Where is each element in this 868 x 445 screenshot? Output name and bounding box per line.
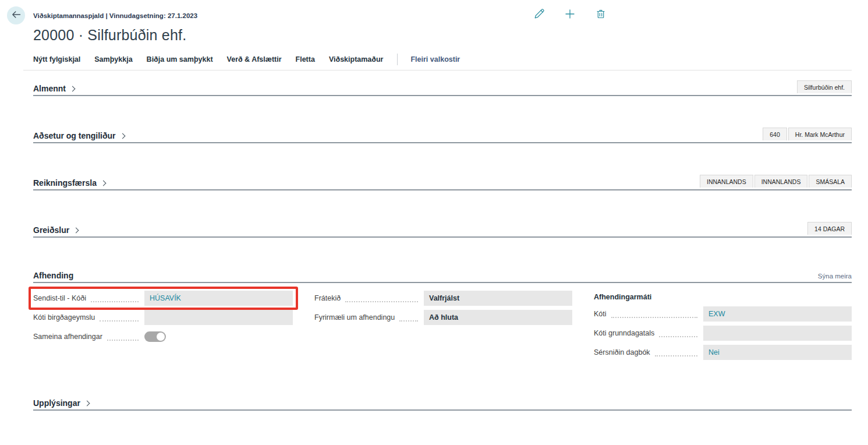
chevron-right-icon bbox=[70, 86, 76, 92]
field-fyrirmaeli-um-afhendingu: Fyrirmæli um afhendingu Að hluta bbox=[314, 310, 572, 325]
back-arrow-icon bbox=[12, 10, 21, 22]
section-edi: EDI EAN Kennitala X400 addressa Silfurbu… bbox=[33, 442, 852, 445]
action-bar: Nýtt fylgiskjal Samþykkja Biðja um samþy… bbox=[33, 54, 868, 65]
field-label: Fyrirmæli um afhendingu bbox=[314, 313, 395, 322]
dot-leader bbox=[91, 298, 139, 302]
field-sersnidin-dagbok: Sérsniðin dagbók Nei bbox=[594, 345, 852, 360]
action-bidja-um-samthykkt[interactable]: Biðja um samþykkt bbox=[147, 55, 213, 63]
adsetur-summary-badge-postcode[interactable]: 640 bbox=[763, 128, 787, 140]
greidslur-summary-badge[interactable]: 14 DAGAR bbox=[807, 222, 852, 235]
afhending-column-2: Frátekið Valfrjálst Fyrirmæli um afhendi… bbox=[314, 291, 572, 364]
koti-birgdageymslu-input[interactable] bbox=[144, 310, 293, 325]
chevron-right-icon bbox=[84, 401, 90, 407]
section-upplysingar: Upplýsingar bbox=[33, 397, 852, 411]
record-actions bbox=[533, 8, 607, 20]
section-greidslur-header[interactable]: Greiðslur bbox=[33, 225, 78, 235]
action-samthykkja[interactable]: Samþykkja bbox=[94, 55, 132, 63]
action-fletta[interactable]: Fletta bbox=[296, 55, 315, 63]
toggle-knob bbox=[157, 333, 165, 341]
card-content: Almennt Silfurbúðin ehf. Aðsetur og teng… bbox=[33, 80, 852, 445]
field-label: Kóti birgðageymslu bbox=[33, 313, 95, 322]
koti-input[interactable]: EXW bbox=[703, 306, 852, 322]
dot-leader bbox=[345, 298, 418, 302]
fyrirmaeli-select[interactable]: Að hluta bbox=[424, 310, 572, 325]
section-adsetur: Aðsetur og tengiliður 640 Hr. Mark McArt… bbox=[33, 128, 852, 143]
afhendingarmati-group-label: Afhendingarmáti bbox=[594, 291, 852, 303]
action-nytt-fylgiskjal[interactable]: Nýtt fylgiskjal bbox=[33, 55, 80, 63]
reikningsfaersla-summary-badge-3[interactable]: SMÁSALA bbox=[809, 175, 852, 188]
show-more-link[interactable]: Sýna meira bbox=[818, 273, 852, 280]
dot-leader bbox=[107, 336, 139, 341]
dot-leader bbox=[100, 317, 139, 322]
dot-leader bbox=[655, 352, 697, 356]
field-label: Kóti bbox=[594, 310, 607, 318]
sersnidin-dagbok-input[interactable]: Nei bbox=[703, 345, 852, 360]
top-bar: Viðskiptamannaspjald | Vinnudagsetning: … bbox=[0, 0, 868, 24]
edit-icon[interactable] bbox=[533, 8, 545, 20]
sameina-afhendingar-toggle[interactable] bbox=[144, 331, 166, 342]
reikningsfaersla-summary-badge-2[interactable]: INNANLANDS bbox=[754, 175, 808, 188]
afhending-column-3: Afhendingarmáti Kóti EXW Kóti grunndagat… bbox=[594, 291, 852, 364]
section-almennt-header[interactable]: Almennt bbox=[33, 84, 75, 93]
field-koti-grunndagatals: Kóti grunndagatals bbox=[594, 326, 852, 341]
field-fratekid: Frátekið Valfrjálst bbox=[314, 291, 572, 306]
new-icon[interactable] bbox=[564, 8, 576, 20]
section-almennt: Almennt Silfurbúðin ehf. bbox=[33, 80, 852, 96]
action-bar-separator bbox=[397, 54, 398, 65]
chevron-right-icon bbox=[119, 133, 125, 139]
dot-leader bbox=[659, 333, 697, 337]
section-reikningsfaersla-header[interactable]: Reikningsfærsla bbox=[33, 178, 105, 188]
field-label: Frátekið bbox=[314, 294, 341, 302]
afhending-column-1: Sendist-til - Kóði HÚSAVÍK Kóti birgðage… bbox=[33, 291, 293, 364]
reikningsfaersla-summary-badge-1[interactable]: INNANLANDS bbox=[700, 175, 753, 188]
field-koti-birgdageymslu: Kóti birgðageymslu bbox=[33, 310, 293, 325]
action-vidskiptamadur[interactable]: Viðskiptamaður bbox=[329, 55, 384, 63]
almennt-summary-badge[interactable]: Silfurbúðin ehf. bbox=[797, 80, 852, 93]
chevron-right-icon bbox=[73, 228, 79, 234]
dot-leader bbox=[399, 317, 418, 322]
field-label: Sendist-til - Kóði bbox=[33, 294, 86, 302]
section-afhending-header[interactable]: Afhending bbox=[33, 271, 73, 280]
adsetur-summary-badge-contact[interactable]: Hr. Mark McArthur bbox=[788, 128, 852, 140]
field-label: Kóti grunndagatals bbox=[594, 329, 654, 337]
section-afhending: Afhending Sýna meira Sendist-til - Kóði … bbox=[33, 269, 852, 364]
field-sameina-afhendingar: Sameina afhendingar bbox=[33, 329, 293, 344]
field-sendist-til-kodi: Sendist-til - Kóði HÚSAVÍK bbox=[33, 291, 293, 306]
page-title: 20000 · Silfurbúðin ehf. bbox=[33, 27, 868, 44]
page-caption: Viðskiptamannaspjald | Vinnudagsetning: … bbox=[33, 12, 197, 19]
action-verd-afslaettir[interactable]: Verð & Afslættir bbox=[227, 55, 282, 63]
section-reikningsfaersla: Reikningsfærsla INNANLANDS INNANLANDS SM… bbox=[33, 175, 852, 190]
section-greidslur: Greiðslur 14 DAGAR bbox=[33, 222, 852, 238]
field-label: Sérsniðin dagbók bbox=[594, 348, 650, 356]
koti-grunndagatals-input[interactable] bbox=[703, 326, 852, 341]
fratekid-select[interactable]: Valfrjálst bbox=[424, 291, 572, 306]
more-options-button[interactable]: Fleiri valkostir bbox=[410, 55, 460, 63]
delete-icon[interactable] bbox=[595, 8, 607, 20]
dot-leader bbox=[611, 313, 697, 318]
section-adsetur-header[interactable]: Aðsetur og tengiliður bbox=[33, 131, 125, 140]
chevron-right-icon bbox=[100, 181, 106, 186]
back-button[interactable] bbox=[7, 6, 25, 24]
field-koti: Kóti EXW bbox=[594, 306, 852, 322]
sendist-til-kodi-input[interactable]: HÚSAVÍK bbox=[144, 291, 293, 306]
field-label: Sameina afhendingar bbox=[33, 333, 102, 341]
section-upplysingar-header[interactable]: Upplýsingar bbox=[33, 398, 89, 408]
action-bar-divider bbox=[23, 70, 852, 70]
